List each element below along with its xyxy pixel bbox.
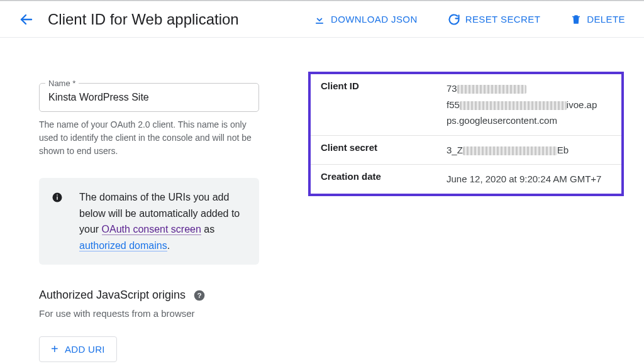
- client-id-value: 73 f55ivoe.ap ps.googleusercontent.com: [447, 80, 611, 129]
- client-id-row: Client ID 73 f55ivoe.ap ps.googleusercon…: [311, 74, 621, 135]
- client-secret-value: 3_ZEb: [447, 142, 611, 158]
- client-secret-row: Client secret 3_ZEb: [311, 135, 621, 165]
- trash-icon: [570, 13, 582, 26]
- download-json-button[interactable]: DOWNLOAD JSON: [306, 8, 425, 31]
- credentials-box: Client ID 73 f55ivoe.ap ps.googleusercon…: [308, 72, 624, 196]
- page-title: Client ID for Web application: [48, 11, 239, 28]
- arrow-left-icon: [19, 12, 34, 27]
- js-origins-title: Authorized JavaScript origins: [39, 289, 186, 302]
- client-id-label: Client ID: [321, 80, 447, 129]
- plus-icon: +: [51, 342, 58, 356]
- creation-date-label: Creation date: [321, 171, 447, 187]
- help-icon[interactable]: ?: [193, 289, 206, 302]
- toolbar: Client ID for Web application DOWNLOAD J…: [0, 1, 644, 38]
- svg-rect-2: [57, 197, 58, 200]
- info-icon: [52, 192, 63, 203]
- back-button[interactable]: [14, 7, 39, 32]
- creation-date-row: Creation date June 12, 2020 at 9:20:24 A…: [311, 164, 621, 194]
- authorized-domains-link[interactable]: authorized domains: [79, 240, 167, 251]
- oauth-consent-link[interactable]: OAuth consent screen: [102, 224, 201, 235]
- creation-date-value: June 12, 2020 at 9:20:24 AM GMT+7: [447, 171, 611, 187]
- svg-text:?: ?: [197, 291, 202, 299]
- download-json-label: DOWNLOAD JSON: [331, 14, 418, 25]
- refresh-icon: [448, 13, 460, 26]
- add-uri-label: ADD URI: [65, 344, 105, 355]
- name-helper: The name of your OAuth 2.0 client. This …: [39, 118, 259, 158]
- client-secret-label: Client secret: [321, 142, 447, 158]
- reset-secret-label: RESET SECRET: [465, 14, 541, 25]
- svg-rect-3: [57, 195, 58, 196]
- delete-button[interactable]: DELETE: [563, 8, 633, 31]
- name-label: Name *: [45, 79, 79, 88]
- delete-label: DELETE: [587, 14, 625, 25]
- add-uri-button[interactable]: + ADD URI: [39, 336, 117, 362]
- download-icon: [313, 13, 326, 26]
- info-text: The domains of the URIs you add below wi…: [79, 189, 248, 253]
- reset-secret-button[interactable]: RESET SECRET: [440, 8, 548, 31]
- js-origins-sub: For use with requests from a browser: [39, 308, 259, 319]
- info-box: The domains of the URIs you add below wi…: [39, 178, 259, 265]
